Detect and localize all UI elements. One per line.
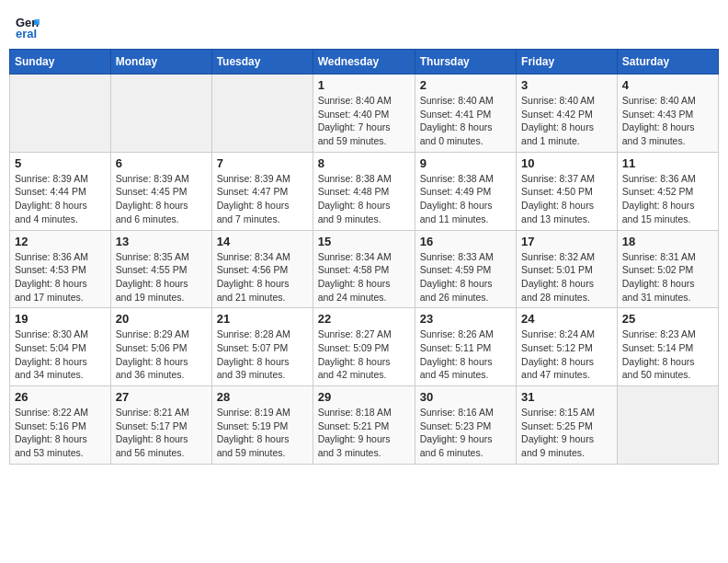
- calendar-cell: 19Sunrise: 8:30 AM Sunset: 5:04 PM Dayli…: [10, 308, 111, 386]
- day-info: Sunrise: 8:24 AM Sunset: 5:12 PM Dayligh…: [521, 327, 612, 382]
- day-info: Sunrise: 8:31 AM Sunset: 5:02 PM Dayligh…: [622, 250, 713, 304]
- day-info: Sunrise: 8:18 AM Sunset: 5:21 PM Dayligh…: [318, 406, 410, 460]
- day-info: Sunrise: 8:40 AM Sunset: 4:43 PM Dayligh…: [622, 94, 713, 148]
- day-info: Sunrise: 8:33 AM Sunset: 4:59 PM Dayligh…: [420, 250, 511, 304]
- calendar-cell: 27Sunrise: 8:21 AM Sunset: 5:17 PM Dayli…: [110, 386, 211, 465]
- day-number: 5: [15, 156, 106, 170]
- day-info: Sunrise: 8:26 AM Sunset: 5:11 PM Dayligh…: [420, 327, 511, 382]
- day-number: 14: [217, 235, 308, 248]
- page-header: Gen eral: [9, 9, 719, 40]
- calendar-cell: 4Sunrise: 8:40 AM Sunset: 4:43 PM Daylig…: [617, 75, 718, 153]
- calendar-cell: 13Sunrise: 8:35 AM Sunset: 4:55 PM Dayli…: [110, 230, 211, 308]
- day-number: 22: [318, 312, 410, 326]
- day-number: 13: [116, 235, 207, 248]
- day-info: Sunrise: 8:32 AM Sunset: 5:01 PM Dayligh…: [521, 250, 612, 304]
- day-info: Sunrise: 8:37 AM Sunset: 4:50 PM Dayligh…: [521, 172, 612, 226]
- day-number: 15: [318, 235, 410, 248]
- day-number: 16: [420, 235, 511, 248]
- weekday-header: Wednesday: [313, 50, 415, 75]
- calendar-cell: 9Sunrise: 8:38 AM Sunset: 4:49 PM Daylig…: [415, 152, 516, 230]
- day-number: 7: [217, 156, 308, 170]
- day-number: 30: [420, 390, 511, 404]
- calendar-cell: 5Sunrise: 8:39 AM Sunset: 4:44 PM Daylig…: [10, 152, 111, 230]
- weekday-header: Tuesday: [211, 50, 313, 75]
- weekday-header: Monday: [110, 50, 211, 75]
- day-number: 26: [15, 390, 106, 404]
- day-number: 27: [116, 390, 207, 404]
- day-number: 4: [622, 78, 713, 92]
- day-number: 12: [15, 235, 106, 248]
- day-info: Sunrise: 8:19 AM Sunset: 5:19 PM Dayligh…: [217, 406, 308, 460]
- day-info: Sunrise: 8:40 AM Sunset: 4:42 PM Dayligh…: [521, 94, 612, 148]
- day-number: 28: [217, 390, 308, 404]
- day-info: Sunrise: 8:40 AM Sunset: 4:41 PM Dayligh…: [420, 94, 511, 148]
- calendar-cell: 2Sunrise: 8:40 AM Sunset: 4:41 PM Daylig…: [415, 75, 516, 153]
- calendar-cell: [110, 75, 211, 153]
- svg-text:eral: eral: [16, 27, 37, 40]
- day-info: Sunrise: 8:15 AM Sunset: 5:25 PM Dayligh…: [521, 406, 612, 460]
- day-number: 18: [622, 235, 713, 248]
- day-number: 19: [15, 312, 106, 326]
- day-number: 3: [521, 78, 612, 92]
- day-info: Sunrise: 8:36 AM Sunset: 4:52 PM Dayligh…: [622, 172, 713, 226]
- day-number: 11: [622, 156, 713, 170]
- day-info: Sunrise: 8:36 AM Sunset: 4:53 PM Dayligh…: [15, 250, 106, 304]
- calendar-cell: 25Sunrise: 8:23 AM Sunset: 5:14 PM Dayli…: [617, 308, 718, 386]
- day-info: Sunrise: 8:21 AM Sunset: 5:17 PM Dayligh…: [116, 406, 207, 460]
- day-number: 17: [521, 235, 612, 248]
- day-info: Sunrise: 8:39 AM Sunset: 4:45 PM Dayligh…: [116, 172, 207, 226]
- calendar-cell: 30Sunrise: 8:16 AM Sunset: 5:23 PM Dayli…: [415, 386, 516, 465]
- calendar-cell: 11Sunrise: 8:36 AM Sunset: 4:52 PM Dayli…: [617, 152, 718, 230]
- day-info: Sunrise: 8:38 AM Sunset: 4:49 PM Dayligh…: [420, 172, 511, 226]
- day-number: 2: [420, 78, 511, 92]
- calendar-cell: 14Sunrise: 8:34 AM Sunset: 4:56 PM Dayli…: [211, 230, 313, 308]
- day-number: 24: [521, 312, 612, 326]
- day-info: Sunrise: 8:22 AM Sunset: 5:16 PM Dayligh…: [15, 406, 106, 460]
- day-info: Sunrise: 8:34 AM Sunset: 4:56 PM Dayligh…: [217, 250, 308, 304]
- calendar-cell: 10Sunrise: 8:37 AM Sunset: 4:50 PM Dayli…: [517, 152, 618, 230]
- day-info: Sunrise: 8:28 AM Sunset: 5:07 PM Dayligh…: [217, 327, 308, 382]
- calendar-cell: 22Sunrise: 8:27 AM Sunset: 5:09 PM Dayli…: [313, 308, 415, 386]
- calendar-cell: 23Sunrise: 8:26 AM Sunset: 5:11 PM Dayli…: [415, 308, 516, 386]
- weekday-header: Saturday: [617, 50, 718, 75]
- day-number: 21: [217, 312, 308, 326]
- day-info: Sunrise: 8:23 AM Sunset: 5:14 PM Dayligh…: [622, 327, 713, 382]
- calendar-cell: 17Sunrise: 8:32 AM Sunset: 5:01 PM Dayli…: [517, 230, 618, 308]
- day-info: Sunrise: 8:30 AM Sunset: 5:04 PM Dayligh…: [15, 327, 106, 382]
- day-info: Sunrise: 8:39 AM Sunset: 4:44 PM Dayligh…: [15, 172, 106, 226]
- calendar-cell: [617, 386, 718, 465]
- calendar-cell: 21Sunrise: 8:28 AM Sunset: 5:07 PM Dayli…: [211, 308, 313, 386]
- weekday-header: Sunday: [10, 50, 111, 75]
- day-number: 9: [420, 156, 511, 170]
- calendar-cell: 26Sunrise: 8:22 AM Sunset: 5:16 PM Dayli…: [10, 386, 111, 465]
- day-number: 20: [116, 312, 207, 326]
- day-info: Sunrise: 8:40 AM Sunset: 4:40 PM Dayligh…: [318, 94, 410, 148]
- calendar-cell: 6Sunrise: 8:39 AM Sunset: 4:45 PM Daylig…: [110, 152, 211, 230]
- day-number: 10: [521, 156, 612, 170]
- day-info: Sunrise: 8:38 AM Sunset: 4:48 PM Dayligh…: [318, 172, 410, 226]
- day-number: 23: [420, 312, 511, 326]
- day-info: Sunrise: 8:39 AM Sunset: 4:47 PM Dayligh…: [217, 172, 308, 226]
- calendar-week-row: 26Sunrise: 8:22 AM Sunset: 5:16 PM Dayli…: [10, 386, 719, 465]
- day-info: Sunrise: 8:29 AM Sunset: 5:06 PM Dayligh…: [116, 327, 207, 382]
- logo-icon: Gen eral: [14, 14, 40, 40]
- calendar-cell: 12Sunrise: 8:36 AM Sunset: 4:53 PM Dayli…: [10, 230, 111, 308]
- calendar-cell: [211, 75, 313, 153]
- calendar-cell: 31Sunrise: 8:15 AM Sunset: 5:25 PM Dayli…: [517, 386, 618, 465]
- calendar-cell: 28Sunrise: 8:19 AM Sunset: 5:19 PM Dayli…: [211, 386, 313, 465]
- day-number: 6: [116, 156, 207, 170]
- day-number: 1: [318, 78, 410, 92]
- calendar-cell: [10, 75, 111, 153]
- calendar-table: SundayMondayTuesdayWednesdayThursdayFrid…: [9, 49, 719, 465]
- calendar-cell: 1Sunrise: 8:40 AM Sunset: 4:40 PM Daylig…: [313, 75, 415, 153]
- day-number: 8: [318, 156, 410, 170]
- calendar-body: 1Sunrise: 8:40 AM Sunset: 4:40 PM Daylig…: [10, 75, 719, 465]
- day-info: Sunrise: 8:34 AM Sunset: 4:58 PM Dayligh…: [318, 250, 410, 304]
- day-number: 31: [521, 390, 612, 404]
- day-info: Sunrise: 8:35 AM Sunset: 4:55 PM Dayligh…: [116, 250, 207, 304]
- day-number: 25: [622, 312, 713, 326]
- calendar-cell: 20Sunrise: 8:29 AM Sunset: 5:06 PM Dayli…: [110, 308, 211, 386]
- calendar-cell: 24Sunrise: 8:24 AM Sunset: 5:12 PM Dayli…: [517, 308, 618, 386]
- logo: Gen eral: [14, 14, 41, 40]
- calendar-cell: 3Sunrise: 8:40 AM Sunset: 4:42 PM Daylig…: [517, 75, 618, 153]
